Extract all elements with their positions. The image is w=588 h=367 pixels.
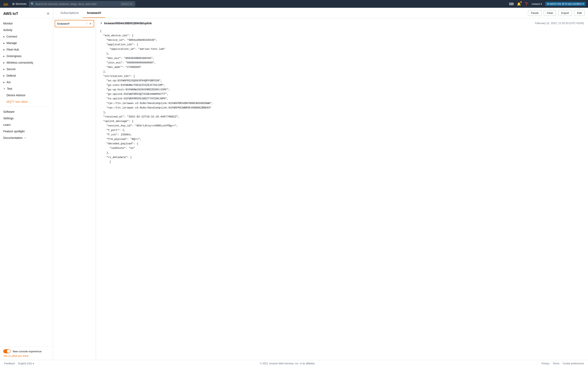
copyright-text: © 2022, Amazon Web Services, Inc. or its… <box>260 362 315 365</box>
subscriptions-list: lorawan/# ♡ ✕ <box>53 18 96 360</box>
tabs-bar: Subscriptions lorawan/# Pause Clear Expo… <box>53 8 588 18</box>
sidebar-item-greengrass[interactable]: ▶ Greengrass <box>0 53 53 59</box>
sidebar-item-secure[interactable]: ▶ Secure <box>0 66 53 72</box>
language-selector[interactable]: English (US) ▾ <box>18 362 34 365</box>
sidebar-item-label: Defend <box>7 74 16 77</box>
sidebar-item-activity[interactable]: Activity <box>0 27 53 33</box>
sidebar-item-documentation[interactable]: Documentation ↗ <box>0 134 53 141</box>
footer-right: Privacy Terms Cookie preferences <box>541 362 584 365</box>
footer-center: © 2022, Amazon Web Services, Inc. or its… <box>34 362 541 365</box>
sidebar-item-label: Connect <box>7 35 17 38</box>
message-body: { "end_device_ids": { "device_id": "0004… <box>100 29 584 164</box>
chevron-right-icon: ▶ <box>3 75 5 77</box>
sidebar-item-learn[interactable]: Learn <box>0 122 53 128</box>
sidebar-item-act[interactable]: ▶ Act <box>0 79 53 85</box>
chevron-right-icon: ▶ <box>3 49 5 51</box>
grid-icon: ⊞ <box>12 2 15 6</box>
clear-button[interactable]: Clear <box>544 10 556 16</box>
favorite-icon[interactable]: ♡ <box>85 22 88 25</box>
chevron-right-icon: ▶ <box>3 42 5 44</box>
search-shortcut: [Option+S] <box>121 2 133 6</box>
mqtt-panel: Subscriptions lorawan/# Pause Clear Expo… <box>53 8 588 360</box>
external-link-icon: ↗ <box>24 137 26 139</box>
nav-icons: ⌨ 🔔 ❓ Ireland ▾ tti-admin-role @ tti-ops… <box>509 2 586 6</box>
chevron-right-icon: ▶ <box>3 62 5 64</box>
message-header: ▼ lorawan/0004A30B001B9436/uplink Februa… <box>100 22 584 26</box>
tab-subscriptions[interactable]: Subscriptions <box>56 8 83 18</box>
page-footer: Feedback English (US) ▾ © 2022, Amazon W… <box>0 360 588 367</box>
sidebar-item-label: Secure <box>7 67 16 71</box>
chevron-right-icon: ▶ <box>3 35 5 38</box>
sidebar-item-label: Wireless connectivity <box>7 61 33 64</box>
sidebar-footer: New console experience Tell us what you … <box>0 347 53 360</box>
remove-subscription-icon[interactable]: ✕ <box>89 22 92 25</box>
subscription-actions: ♡ ✕ <box>85 22 92 25</box>
search-icon: 🔍 <box>31 2 34 6</box>
cookie-preferences-link[interactable]: Cookie preferences <box>563 362 584 365</box>
account-label: tti-admin-role @ tti-ops-sandbox <box>547 2 582 5</box>
notifications-icon[interactable]: 🔔 <box>517 2 521 6</box>
export-button[interactable]: Export <box>558 10 572 16</box>
chevron-down-icon[interactable]: ▼ <box>100 22 103 25</box>
sidebar: AWS IoT ✕ Monitor Activity ▶ Connect ▶ M… <box>0 8 53 360</box>
panel-body: lorawan/# ♡ ✕ ▼ lorawan/0004A30B001B9436… <box>53 18 588 360</box>
sidebar-item-fleet-hub[interactable]: ▶ Fleet Hub <box>0 46 53 53</box>
region-chevron: ▾ <box>541 2 542 6</box>
console-feedback-link[interactable]: Tell us what you think <box>3 354 29 358</box>
sidebar-item-settings[interactable]: Settings <box>0 115 53 122</box>
search-bar[interactable]: 🔍 [Option+S] <box>29 1 135 7</box>
sidebar-item-label: Settings <box>3 117 14 120</box>
sidebar-close-button[interactable]: ✕ <box>47 11 50 16</box>
tab-lorawan[interactable]: lorawan/# <box>83 8 105 18</box>
tab-actions: Pause Clear Export Edit <box>528 10 585 16</box>
sidebar-item-label: Feature spotlight <box>3 130 25 133</box>
terms-link[interactable]: Terms <box>553 362 559 365</box>
search-input[interactable] <box>35 2 120 6</box>
account-selector[interactable]: tti-admin-role @ tti-ops-sandbox ▾ <box>545 2 586 6</box>
top-navigation: ⊞ Services 🔍 [Option+S] ⌨ 🔔 ❓ Ireland ▾ … <box>0 0 588 8</box>
sidebar-item-manage[interactable]: ▶ Manage <box>0 40 53 46</box>
terminal-icon[interactable]: ⌨ <box>509 2 514 6</box>
sidebar-item-test[interactable]: ▼ Test <box>0 85 53 92</box>
sidebar-item-mqtt-test-client[interactable]: MQTT test client <box>0 99 53 105</box>
services-menu[interactable]: ⊞ Services <box>12 2 26 6</box>
sidebar-item-label: Documentation <box>3 136 22 140</box>
sidebar-item-monitor[interactable]: Monitor <box>0 20 53 27</box>
sidebar-item-software[interactable]: Software <box>0 108 53 115</box>
message-timestamp: February 22, 2022, 11:32:33 (UTC+0100) <box>535 22 584 25</box>
messages-panel: ▼ lorawan/0004A30B001B9436/uplink Februa… <box>96 18 588 360</box>
sidebar-item-device-advisor[interactable]: Device Advisor <box>0 92 53 99</box>
sidebar-item-label: MQTT test client <box>7 100 27 103</box>
region-selector[interactable]: Ireland ▾ <box>532 2 542 6</box>
sidebar-item-label: Act <box>7 81 11 84</box>
sidebar-item-defend[interactable]: ▶ Defend <box>0 72 53 79</box>
feedback-link[interactable]: Feedback <box>4 362 15 365</box>
pause-button[interactable]: Pause <box>528 10 542 16</box>
edit-button[interactable]: Edit <box>574 10 585 16</box>
sidebar-item-label: Test <box>7 87 12 90</box>
sidebar-item-label: Learn <box>3 123 11 126</box>
chevron-down-icon: ▼ <box>3 88 5 90</box>
region-label: Ireland <box>532 2 540 6</box>
sidebar-item-label: Device Advisor <box>7 94 26 97</box>
message-topic-text: lorawan/0004A30B001B9436/uplink <box>104 22 152 25</box>
aws-logo[interactable] <box>2 2 10 6</box>
help-icon[interactable]: ❓ <box>524 2 528 6</box>
subscription-topic: lorawan/# <box>57 22 70 25</box>
subscription-item[interactable]: lorawan/# ♡ ✕ <box>55 20 94 27</box>
console-toggle-label: New console experience <box>13 350 42 353</box>
sidebar-item-feature-spotlight[interactable]: Feature spotlight <box>0 128 53 134</box>
sidebar-item-wireless-connectivity[interactable]: ▶ Wireless connectivity <box>0 59 53 66</box>
privacy-link[interactable]: Privacy <box>541 362 549 365</box>
sidebar-item-label: Manage <box>7 42 17 45</box>
message-topic: ▼ lorawan/0004A30B001B9436/uplink <box>100 22 152 25</box>
console-toggle[interactable] <box>3 349 11 353</box>
chevron-right-icon: ▶ <box>3 68 5 70</box>
sidebar-item-label: Monitor <box>3 22 13 25</box>
sidebar-item-label: Greengrass <box>7 54 21 58</box>
footer-left: Feedback English (US) ▾ <box>4 362 34 365</box>
sidebar-item-connect[interactable]: ▶ Connect <box>0 33 53 40</box>
main-layout: AWS IoT ✕ Monitor Activity ▶ Connect ▶ M… <box>0 8 588 360</box>
language-label: English (US) <box>18 362 32 365</box>
sidebar-item-label: Software <box>3 110 15 113</box>
